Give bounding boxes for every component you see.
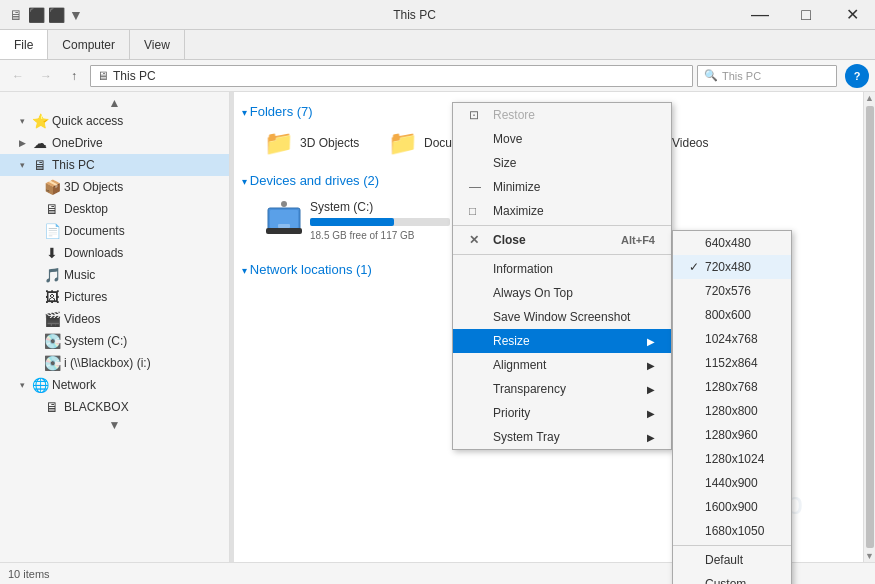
title-bar-controls: — □ ✕ (737, 0, 875, 30)
sidebar-label-blackbox-network: BLACKBOX (64, 400, 129, 414)
folder-3dobjects-icon: 📁 (264, 129, 294, 157)
sidebar-item-systemc[interactable]: 💽 System (C:) (0, 330, 229, 352)
back-button[interactable]: ← (6, 64, 30, 88)
content-scrollbar[interactable]: ▲ ▼ (863, 92, 875, 562)
menu-item-information[interactable]: Information (453, 257, 671, 281)
folder-3dobjects[interactable]: 📁 3D Objects (258, 125, 378, 161)
close-button[interactable]: ✕ (829, 0, 875, 30)
scroll-up-arrow[interactable]: ▲ (865, 93, 874, 103)
sidebar-item-desktop[interactable]: 🖥 Desktop (0, 198, 229, 220)
submenu-item-800x600[interactable]: 800x600 (673, 303, 791, 327)
quick-access-icon: ⭐ (32, 113, 48, 129)
address-bar[interactable]: 🖥 This PC (90, 65, 693, 87)
menu-item-resize[interactable]: Resize ▶ (453, 329, 671, 353)
help-button[interactable]: ? (845, 64, 869, 88)
submenu-item-1280x768[interactable]: 1280x768 (673, 375, 791, 399)
menu-item-always-on-top[interactable]: Always On Top (453, 281, 671, 305)
sidebar-item-documents[interactable]: 📄 Documents (0, 220, 229, 242)
sidebar-item-blackbox[interactable]: 💽 i (\\Blackbox) (i:) (0, 352, 229, 374)
title-bar-title: This PC (92, 8, 737, 22)
menu-item-size[interactable]: Size (453, 151, 671, 175)
drive-i-icon: 💽 (44, 355, 60, 371)
window-icon: 🖥 (8, 7, 24, 23)
menu-label-minimize: Minimize (493, 180, 540, 194)
network-icon: 🌐 (32, 377, 48, 393)
menu-item-restore[interactable]: ⊡ Restore (453, 103, 671, 127)
submenu-item-default[interactable]: Default (673, 548, 791, 572)
tab-file[interactable]: File (0, 30, 48, 59)
maximize-icon: □ (469, 204, 485, 218)
submenu-item-1680x1050[interactable]: 1680x1050 (673, 519, 791, 543)
undo-icon[interactable]: ⬛ (28, 7, 44, 23)
sidebar-label-videos: Videos (64, 312, 100, 326)
drive-c-space: 18.5 GB free of 117 GB (310, 230, 450, 241)
menu-label-maximize: Maximize (493, 204, 544, 218)
menu-item-alignment[interactable]: Alignment ▶ (453, 353, 671, 377)
sidebar-item-videos[interactable]: 🎬 Videos (0, 308, 229, 330)
menu-item-move[interactable]: Move (453, 127, 671, 151)
menu-item-minimize[interactable]: — Minimize (453, 175, 671, 199)
sidebar-label-downloads: Downloads (64, 246, 123, 260)
scroll-down-arrow[interactable]: ▼ (865, 551, 874, 561)
menu-label-restore: Restore (493, 108, 535, 122)
menu-item-priority[interactable]: Priority ▶ (453, 401, 671, 425)
menu-label-always-on-top: Always On Top (493, 286, 573, 300)
sidebar-item-onedrive[interactable]: ▶ ☁ OneDrive (0, 132, 229, 154)
submenu-item-1280x960[interactable]: 1280x960 (673, 423, 791, 447)
menu-item-transparency[interactable]: Transparency ▶ (453, 377, 671, 401)
submenu-item-1440x900[interactable]: 1440x900 (673, 471, 791, 495)
submenu-item-1024x768[interactable]: 1024x768 (673, 327, 791, 351)
drive-c-icon: 💽 (44, 333, 60, 349)
music-icon: 🎵 (44, 267, 60, 283)
maximize-button[interactable]: □ (783, 0, 829, 30)
drive-c-name: System (C:) (310, 200, 450, 214)
folder-documents-icon: 📁 (388, 129, 418, 157)
sidebar-label-network: Network (52, 378, 96, 392)
menu-label-priority: Priority (493, 406, 530, 420)
quick-access-icon[interactable]: ▼ (68, 7, 84, 23)
svg-point-2 (281, 201, 287, 207)
tab-view[interactable]: View (130, 30, 185, 59)
menu-item-save-screenshot[interactable]: Save Window Screenshot (453, 305, 671, 329)
submenu-item-640x480[interactable]: 640x480 (673, 231, 791, 255)
menu-item-maximize[interactable]: □ Maximize (453, 199, 671, 223)
submenu-item-custom[interactable]: Custom... (673, 572, 791, 584)
redo-icon[interactable]: ⬛ (48, 7, 64, 23)
sidebar-item-3dobjects[interactable]: 📦 3D Objects (0, 176, 229, 198)
blackbox-icon: 🖥 (44, 399, 60, 415)
sidebar-item-pictures[interactable]: 🖼 Pictures (0, 286, 229, 308)
submenu-label-1600x900: 1600x900 (705, 500, 758, 514)
sidebar-label-blackbox: i (\\Blackbox) (i:) (64, 356, 151, 370)
submenu-item-720x480[interactable]: ✓ 720x480 (673, 255, 791, 279)
menu-item-system-tray[interactable]: System Tray ▶ (453, 425, 671, 449)
sidebar-item-blackbox-network[interactable]: 🖥 BLACKBOX (0, 396, 229, 418)
menu-item-close[interactable]: ✕ Close Alt+F4 (453, 228, 671, 252)
up-button[interactable]: ↑ (62, 64, 86, 88)
menu-label-size: Size (493, 156, 516, 170)
sidebar-label-systemc: System (C:) (64, 334, 127, 348)
scroll-thumb[interactable] (866, 106, 874, 548)
svg-rect-4 (278, 224, 290, 228)
submenu-item-1280x800[interactable]: 1280x800 (673, 399, 791, 423)
submenu-item-1152x864[interactable]: 1152x864 (673, 351, 791, 375)
drive-c-icon (266, 200, 302, 244)
sidebar-item-network[interactable]: ▾ 🌐 Network (0, 374, 229, 396)
sidebar-item-music[interactable]: 🎵 Music (0, 264, 229, 286)
forward-button[interactable]: → (34, 64, 58, 88)
folder-3dobjects-label: 3D Objects (300, 136, 359, 150)
sidebar-scroll-down[interactable]: ▼ (0, 418, 229, 432)
sidebar-item-quick-access[interactable]: ▾ ⭐ Quick access (0, 110, 229, 132)
submenu-label-1152x864: 1152x864 (705, 356, 758, 370)
submenu-item-1280x1024[interactable]: 1280x1024 (673, 447, 791, 471)
submenu-item-720x576[interactable]: 720x576 (673, 279, 791, 303)
this-pc-chevron: ▾ (16, 160, 28, 170)
submenu-label-720x480: 720x480 (705, 260, 751, 274)
submenu-item-1600x900[interactable]: 1600x900 (673, 495, 791, 519)
sidebar-item-downloads[interactable]: ⬇ Downloads (0, 242, 229, 264)
search-bar[interactable]: 🔍 This PC (697, 65, 837, 87)
sidebar-scroll-up[interactable]: ▲ (0, 96, 229, 110)
minimize-button[interactable]: — (737, 0, 783, 30)
drive-c[interactable]: System (C:) 18.5 GB free of 117 GB (258, 194, 458, 250)
tab-computer[interactable]: Computer (48, 30, 130, 59)
sidebar-item-this-pc[interactable]: ▾ 🖥 This PC (0, 154, 229, 176)
